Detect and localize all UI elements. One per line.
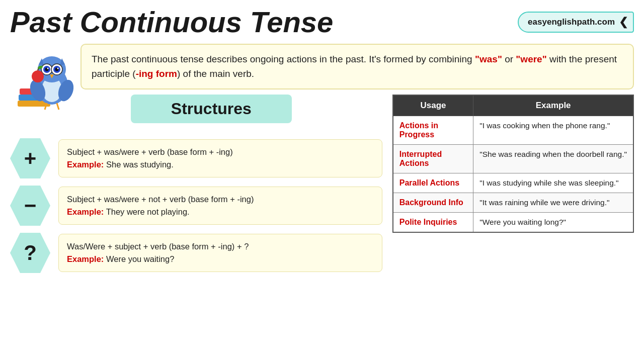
negative-structure: Subject + was/were + not + verb (base fo… [67, 195, 254, 204]
page-title: Past Continuous Tense [10, 5, 333, 39]
intro-end: ) of the main verb. [177, 68, 254, 79]
question-structure-row: ? Was/Were + subject + verb (base form +… [10, 233, 382, 273]
example-cell-4: "Were you waiting long?" [473, 212, 633, 232]
owl-svg [8, 50, 80, 116]
svg-point-19 [32, 70, 44, 82]
question-structure: Was/Were + subject + verb (base form + -… [67, 242, 249, 251]
intro-ing: -ing form [136, 68, 177, 79]
svg-line-23 [57, 103, 59, 110]
negative-symbol: − [24, 194, 37, 218]
example-cell-0: "I was cooking when the phone rang." [473, 116, 633, 144]
negative-structure-row: − Subject + was/were + not + verb (base … [10, 186, 382, 226]
structures-heading: Structures [131, 95, 292, 123]
question-example: Were you waiting? [106, 254, 174, 263]
question-text-box: Was/Were + subject + verb (base form + -… [58, 234, 382, 272]
intro-or: or [502, 54, 516, 64]
positive-text-box: Subject + was/were + verb (base form + -… [58, 139, 382, 177]
right-section: Usage Example Actions in Progress "I was… [392, 95, 634, 280]
example-cell-3: "It was raining while we were driving." [473, 193, 633, 212]
svg-point-15 [57, 68, 59, 69]
intro-was: "was" [475, 54, 502, 64]
usage-table: Usage Example Actions in Progress "I was… [392, 95, 634, 233]
usage-cell-2: Parallel Actions [393, 173, 473, 193]
positive-hexagon: + [10, 138, 50, 178]
intro-text-before: The past continuous tense describes ongo… [92, 54, 475, 64]
page-header: Past Continuous Tense easyenglishpath.co… [0, 0, 644, 41]
negative-example: They were not playing. [106, 207, 190, 216]
table-header-usage: Usage [393, 95, 473, 116]
positive-structure-row: + Subject + was/were + verb (base form +… [10, 138, 382, 178]
intro-box: The past continuous tense describes ongo… [80, 44, 634, 89]
table-row: Polite Inquiries "Were you waiting long?… [393, 212, 633, 232]
question-hexagon: ? [10, 233, 50, 273]
table-row: Parallel Actions "I was studying while s… [393, 173, 633, 193]
structures-section: Structures + Subject + was/were + verb (… [10, 95, 382, 280]
question-example-label: Example: [67, 254, 104, 263]
table-row: Interrupted Actions "She was reading whe… [393, 144, 633, 173]
example-cell-2: "I was studying while she was sleeping." [473, 173, 633, 193]
question-symbol: ? [24, 241, 37, 265]
usage-cell-0: Actions in Progress [393, 116, 473, 144]
chevron-icon: ❮ [619, 16, 628, 29]
main-content: Structures + Subject + was/were + verb (… [0, 95, 644, 280]
table-row: Background Info "It was raining while we… [393, 193, 633, 212]
table-row: Actions in Progress "I was cooking when … [393, 116, 633, 144]
svg-point-14 [47, 68, 49, 69]
positive-example-label: Example: [67, 160, 104, 169]
negative-example-label: Example: [67, 207, 104, 216]
girl-illustration [639, 185, 644, 285]
positive-example: She was studying. [106, 160, 174, 169]
girl-svg [639, 185, 644, 290]
usage-cell-1: Interrupted Actions [393, 144, 473, 173]
example-cell-1: "She was reading when the doorbell rang.… [473, 144, 633, 173]
positive-structure: Subject + was/were + verb (base form + -… [67, 147, 233, 156]
owl-illustration [8, 50, 80, 116]
negative-hexagon: − [10, 186, 50, 226]
website-url: easyenglishpath.com [528, 17, 615, 27]
negative-text-box: Subject + was/were + not + verb (base fo… [58, 187, 382, 225]
usage-cell-3: Background Info [393, 193, 473, 212]
website-badge: easyenglishpath.com ❮ [518, 12, 634, 33]
usage-cell-4: Polite Inquiries [393, 212, 473, 232]
table-header-example: Example [473, 95, 633, 116]
intro-were: "were" [516, 54, 546, 64]
positive-symbol: + [24, 146, 37, 170]
